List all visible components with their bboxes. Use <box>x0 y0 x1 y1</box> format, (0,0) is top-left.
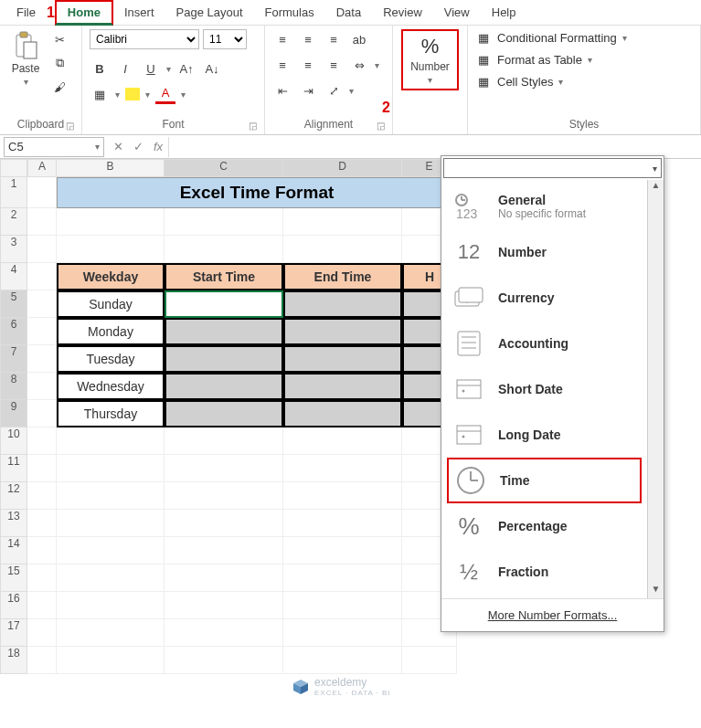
number-format-search[interactable]: ▾ <box>443 158 662 178</box>
cut-button[interactable]: ✂ <box>49 29 69 49</box>
nf-item-number[interactable]: 12Number <box>441 229 647 275</box>
row-header[interactable]: 12 <box>0 482 27 510</box>
nf-item-fraction[interactable]: ½Fraction <box>441 549 647 595</box>
cell-D10[interactable] <box>283 427 402 455</box>
chevron-down-icon[interactable]: ▾ <box>95 142 100 152</box>
cell-A2[interactable] <box>27 208 57 236</box>
dropdown-scrollbar[interactable]: ▲ ▼ <box>647 180 664 598</box>
cell-A10[interactable] <box>27 427 57 455</box>
row-header[interactable]: 15 <box>0 564 27 592</box>
col-header-A[interactable]: A <box>27 159 57 177</box>
cell-B12[interactable] <box>57 482 165 510</box>
cell-B10[interactable] <box>57 427 165 455</box>
menu-file[interactable]: File <box>5 2 47 23</box>
row-header[interactable]: 17 <box>0 619 27 647</box>
increase-font-button[interactable]: A↑ <box>176 58 196 79</box>
cell-D7[interactable] <box>283 345 402 373</box>
cell-C14[interactable] <box>165 537 283 564</box>
cell-A15[interactable] <box>27 564 57 592</box>
cell-B2[interactable] <box>57 208 165 236</box>
font-size-combo[interactable]: 11 <box>203 29 247 49</box>
cell-D13[interactable] <box>283 510 402 537</box>
cell-D16[interactable] <box>283 592 402 619</box>
orientation-button[interactable]: ⤢ <box>324 80 344 100</box>
row-header[interactable]: 7 <box>0 345 27 373</box>
nf-item-accounting[interactable]: Accounting <box>441 321 647 366</box>
cell-A9[interactable] <box>27 400 57 427</box>
cell-B15[interactable] <box>57 564 165 592</box>
cell-D5[interactable] <box>283 290 402 318</box>
cell-D6[interactable] <box>283 318 402 345</box>
number-format-button[interactable]: % Number ▾ <box>401 29 459 90</box>
cell-C11[interactable] <box>165 455 283 482</box>
cell-C13[interactable] <box>165 510 283 537</box>
row-header[interactable]: 14 <box>0 537 27 564</box>
cell-C18[interactable] <box>165 647 283 674</box>
cell-C4[interactable]: Start Time <box>165 263 283 290</box>
row-header[interactable]: 9 <box>0 400 27 427</box>
cell-B7[interactable]: Tuesday <box>57 345 165 373</box>
cell-D2[interactable] <box>283 208 402 236</box>
cell-B9[interactable]: Thursday <box>57 400 165 427</box>
row-header[interactable]: 4 <box>0 263 27 290</box>
cell-B3[interactable] <box>57 236 165 263</box>
menu-page-layout[interactable]: Page Layout <box>165 2 254 23</box>
align-middle-button[interactable]: ≡ <box>298 29 318 49</box>
col-header-D[interactable]: D <box>283 159 402 177</box>
nf-item-time[interactable]: Time <box>447 458 642 503</box>
select-all-corner[interactable] <box>0 159 27 177</box>
cell-D3[interactable] <box>283 236 402 263</box>
wrap-text-button[interactable]: ab <box>349 29 369 49</box>
nf-item-short-date[interactable]: Short Date <box>441 366 647 412</box>
row-header[interactable]: 6 <box>0 318 27 345</box>
paste-button[interactable]: Paste ▾ <box>7 29 44 89</box>
cell-D8[interactable] <box>283 373 402 400</box>
cell-B4[interactable]: Weekday <box>57 263 165 290</box>
cell-A5[interactable] <box>27 290 57 318</box>
cell-B16[interactable] <box>57 592 165 619</box>
nf-item-long-date[interactable]: Long Date <box>441 412 647 458</box>
col-header-C[interactable]: C <box>165 159 283 177</box>
cell-styles-button[interactable]: ▦Cell Styles▾ <box>475 73 627 90</box>
cell-A17[interactable] <box>27 619 57 647</box>
decrease-font-button[interactable]: A↓ <box>202 58 222 79</box>
cell-B5[interactable]: Sunday <box>57 290 165 318</box>
conditional-formatting-button[interactable]: ▦Conditional Formatting▾ <box>475 29 627 46</box>
scroll-down-icon[interactable]: ▼ <box>648 584 664 598</box>
cell-B17[interactable] <box>57 619 165 647</box>
row-header[interactable]: 8 <box>0 373 27 400</box>
menu-help[interactable]: Help <box>481 2 527 23</box>
cell-B8[interactable]: Wednesday <box>57 373 165 400</box>
align-top-button[interactable]: ≡ <box>272 29 292 49</box>
cell-C16[interactable] <box>165 592 283 619</box>
increase-indent-button[interactable]: ⇥ <box>298 80 318 100</box>
dialog-launcher-icon[interactable]: ◲ <box>66 121 74 131</box>
enter-formula-button[interactable]: ✓ <box>128 140 148 153</box>
nf-item-general[interactable]: 123GeneralNo specific format <box>441 184 647 229</box>
borders-button[interactable]: ▦ <box>90 84 110 104</box>
cell-A14[interactable] <box>27 537 57 564</box>
row-header[interactable]: 10 <box>0 427 27 455</box>
name-box[interactable]: C5 ▾ <box>4 137 104 157</box>
align-center-button[interactable]: ≡ <box>298 55 318 75</box>
cell-B6[interactable]: Monday <box>57 318 165 345</box>
cell-A4[interactable] <box>27 263 57 290</box>
cell-B18[interactable] <box>57 647 165 674</box>
font-color-button[interactable]: A <box>155 84 175 104</box>
copy-button[interactable]: ⧉ <box>49 53 69 73</box>
cell-D9[interactable] <box>283 400 402 427</box>
chevron-down-icon[interactable]: ▾ <box>653 164 657 174</box>
cell-D17[interactable] <box>283 619 402 647</box>
cell-C10[interactable] <box>165 427 283 455</box>
row-header[interactable]: 16 <box>0 592 27 619</box>
menu-review[interactable]: Review <box>372 2 433 23</box>
row-header[interactable]: 11 <box>0 455 27 482</box>
cell-B11[interactable] <box>57 455 165 482</box>
cell-D11[interactable] <box>283 455 402 482</box>
menu-home[interactable]: Home <box>55 0 113 26</box>
cell-C6[interactable] <box>165 318 283 345</box>
cell-D4[interactable]: End Time <box>283 263 402 290</box>
menu-view[interactable]: View <box>433 2 481 23</box>
cell-B1[interactable]: Excel Time Format <box>57 177 457 208</box>
nf-item-currency[interactable]: Currency <box>441 275 647 321</box>
